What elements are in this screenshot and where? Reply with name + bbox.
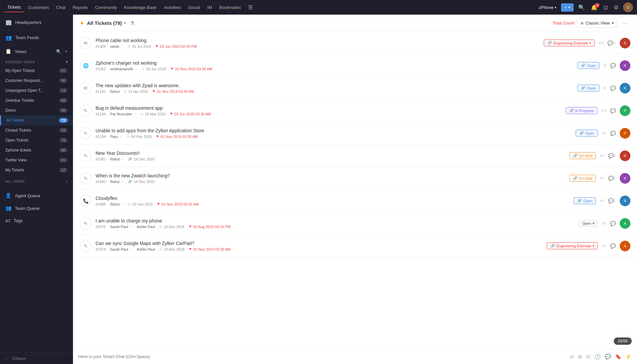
priority-action[interactable]: ≡1 xyxy=(600,198,604,203)
chat-bookmark-icon[interactable]: 🔖 xyxy=(615,354,621,360)
priority-action[interactable]: ≡ xyxy=(603,63,606,68)
comment-action[interactable]: 💬 xyxy=(610,221,616,226)
priority-action[interactable]: ≡3 xyxy=(602,108,606,113)
priority-action[interactable]: ≡2 xyxy=(602,243,606,248)
priority-action[interactable]: ≡2 xyxy=(602,221,606,226)
more-options-button[interactable]: ··· xyxy=(620,18,630,28)
comment-action[interactable]: 💬 xyxy=(610,108,616,113)
nav-activities[interactable]: Activities xyxy=(161,3,184,12)
sidebar-item-my-tickets[interactable]: My Tickets 12 xyxy=(0,165,73,175)
sidebar-item-team-queue[interactable]: 👥 Team Queue xyxy=(0,202,73,214)
total-count-label[interactable]: Total Count xyxy=(553,21,575,26)
comment-action[interactable]: 💬2 xyxy=(608,153,616,158)
ticket-status-badge[interactable]: 🔗 Open xyxy=(576,130,598,137)
chat-table-icon[interactable]: ⊟ xyxy=(586,354,591,360)
nav-bookmarks[interactable]: Bookmarks xyxy=(216,3,244,12)
comment-action[interactable]: 💬 xyxy=(610,131,616,136)
nav-community[interactable]: Community xyxy=(92,3,120,12)
user-avatar[interactable]: U xyxy=(623,2,633,12)
table-row[interactable]: ✉ The new updates with Zpad is awesome. … xyxy=(73,77,637,99)
sidebar-item-all-tickets[interactable]: All Tickets 79 xyxy=(0,115,73,125)
nav-reports[interactable]: Reports xyxy=(69,3,91,12)
view-toggle-button[interactable]: ≡ Classic View ▾ xyxy=(577,19,617,28)
sidebar-item-twitter-view[interactable]: Twitter View 01 xyxy=(0,155,73,165)
ticket-subject[interactable]: I am unable to charge my phone xyxy=(96,218,575,223)
screen-icon[interactable]: ⊡ xyxy=(601,2,610,13)
sidebar-item-team-feeds[interactable]: 👥 Team Feeds xyxy=(0,30,73,45)
nav-im[interactable]: IM xyxy=(204,3,215,12)
table-row[interactable]: ✎ Unable to add apps from the Zylker App… xyxy=(73,122,637,145)
sidebar-item-open-tickets[interactable]: Open Tickets 70 xyxy=(0,135,73,145)
chat-translate-icon[interactable]: ⇄ xyxy=(570,354,574,360)
sidebar-item-closed-tickets[interactable]: Closed Tickets 03 xyxy=(0,125,73,135)
table-row[interactable]: 📞 Cloudyflex #1088·Rahul ✓· ⊙03 Jan 2019… xyxy=(73,190,637,212)
ticket-subject[interactable]: Cloudyflex xyxy=(96,196,570,201)
priority-action[interactable]: ≡3 xyxy=(600,153,604,158)
ticket-status-badge[interactable]: 🔗 Engineering Estimate ▾ xyxy=(544,39,595,46)
comment-action[interactable]: 💬 xyxy=(610,63,616,68)
ticket-subject[interactable]: The new updates with Zpad is awesome. xyxy=(96,83,573,88)
table-row[interactable]: ✎ I am unable to charge my phone #1075·S… xyxy=(73,212,637,235)
priority-action[interactable]: ≡1 xyxy=(602,131,606,136)
views-search-icon[interactable]: 🔍 xyxy=(56,49,61,54)
table-row[interactable]: ✎ New Year Discounts!! #1091·Rahul ✓· 🔗1… xyxy=(73,145,637,167)
starred-collapse-icon[interactable]: ▾ xyxy=(66,60,68,64)
ticket-status-badge[interactable]: 🔗 Open xyxy=(577,85,600,91)
all-views-arrow-icon[interactable]: › xyxy=(66,179,68,184)
nav-social[interactable]: Social xyxy=(185,3,203,12)
chat-grid-icon[interactable]: ⊞ xyxy=(578,354,582,360)
sidebar-item-customer-respond[interactable]: Customer Respond... 06 xyxy=(0,76,73,86)
ticket-subject[interactable]: Phone cable not working xyxy=(96,38,540,43)
views-add-icon[interactable]: + xyxy=(65,48,68,54)
chat-clock-icon[interactable]: 🕐 xyxy=(595,354,601,360)
sidebar-item-tags[interactable]: 🏷 Tags xyxy=(0,214,73,227)
nav-customers[interactable]: Customers xyxy=(25,3,52,12)
ticket-subject[interactable]: Bug in default measurement app xyxy=(96,105,562,111)
comment-action[interactable]: 💬 xyxy=(610,243,616,249)
nav-more-icon[interactable]: ☰ xyxy=(245,2,256,13)
star-button[interactable]: ★ xyxy=(80,20,84,26)
comment-action[interactable]: 💬1 xyxy=(607,40,616,46)
ticket-subject[interactable]: Unable to add apps from the Zylker Appli… xyxy=(96,128,572,133)
table-row[interactable]: ✎ When is the new Zwatch launching? #109… xyxy=(73,167,637,190)
ticket-status-badge[interactable]: 🔗 Open xyxy=(577,62,600,69)
filter-icon[interactable]: ⚗ xyxy=(129,19,136,28)
views-header[interactable]: 📋 Views 🔍 + xyxy=(0,45,73,58)
chat-bubble-icon[interactable]: 💬 xyxy=(605,354,611,360)
table-row[interactable]: ✎ Bug in default measurement app #1146·P… xyxy=(73,99,637,122)
priority-action[interactable]: ≡ xyxy=(603,86,606,91)
pagination-badge[interactable]: 26/50 xyxy=(614,337,632,345)
sidebar-item-overdue-tickets[interactable]: Overdue Tickets 69 xyxy=(0,95,73,105)
table-row[interactable]: 🌐 Zphone's charger not working #1252·ren… xyxy=(73,54,637,77)
notification-icon[interactable]: 🔔 3 xyxy=(588,2,600,13)
chat-lightning-icon[interactable]: ⚡ xyxy=(625,354,632,360)
comment-action[interactable]: 💬 xyxy=(610,86,616,91)
sidebar-item-agent-queue[interactable]: 👤 Agent Queue xyxy=(0,189,73,202)
ticket-view-title[interactable]: All Tickets (79) ▾ xyxy=(87,20,126,26)
ticket-subject[interactable]: New Year Discounts!! xyxy=(96,151,565,156)
nav-tickets[interactable]: Tickets xyxy=(4,3,24,12)
ticket-subject[interactable]: Zphone's charger not working xyxy=(96,60,573,66)
sidebar-item-demo[interactable]: Demo 08 xyxy=(0,105,73,115)
priority-action[interactable]: ≡1 xyxy=(600,176,604,181)
sidebar-item-unassigned-open[interactable]: Unassigned Open T... 14 xyxy=(0,86,73,95)
ticket-status-badge[interactable]: 🔗 On Hold xyxy=(569,175,596,182)
ticket-status-badge[interactable]: 🔗 Engineering Estimate ▾ xyxy=(547,242,598,249)
ticket-status-badge[interactable]: Open ▾ xyxy=(579,220,598,227)
search-icon[interactable]: 🔍 xyxy=(576,2,588,13)
sidebar-item-zphone-tickets[interactable]: Zphone tickets 08 xyxy=(0,145,73,155)
ticket-status-badge[interactable]: 🔗 Open xyxy=(574,197,596,204)
ticket-status-badge[interactable]: 🔗 In Progress xyxy=(566,107,598,114)
ticket-subject[interactable]: When is the new Zwatch launching? xyxy=(96,173,565,178)
table-row[interactable]: ✉ Phone cable not working #1309 · sarah … xyxy=(73,32,637,54)
nav-chat[interactable]: Chat xyxy=(53,3,69,12)
ticket-subject[interactable]: Can we sync Google Maps with Zylker CarP… xyxy=(96,241,543,246)
nav-knowledge-base[interactable]: Knowledge Base xyxy=(121,3,160,12)
comment-action[interactable]: 💬1 xyxy=(608,198,616,204)
sidebar-collapse-button[interactable]: ← Collapse xyxy=(0,352,73,364)
smart-chat-input[interactable] xyxy=(78,354,566,359)
table-row[interactable]: ✎ Can we sync Google Maps with Zylker Ca… xyxy=(73,235,637,257)
ticket-status-badge[interactable]: 🔗 On Hold xyxy=(569,152,596,159)
settings-icon[interactable]: ⚙ xyxy=(611,2,621,13)
sidebar-item-my-open-tickets[interactable]: My Open Tickets 51 xyxy=(0,66,73,76)
